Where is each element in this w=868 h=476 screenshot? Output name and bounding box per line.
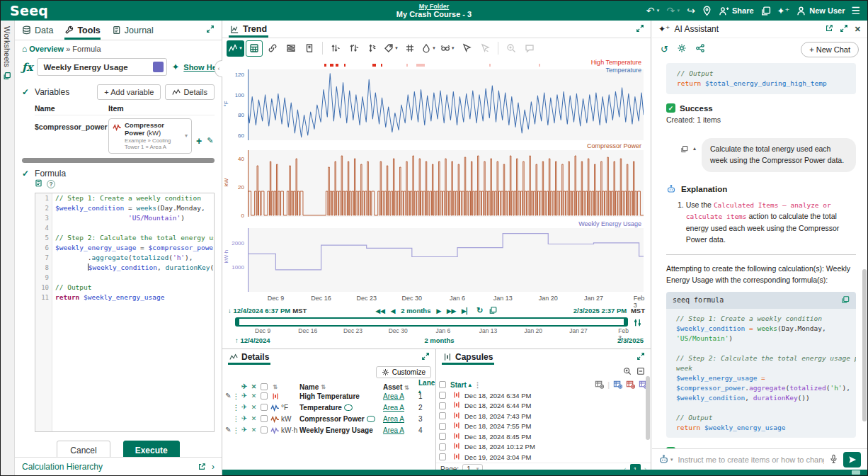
toolbar-zoomin-button[interactable] (503, 40, 520, 57)
start-arrow-icon[interactable]: ↓ (228, 307, 233, 314)
plot-area[interactable] (248, 228, 644, 292)
home-icon[interactable]: ⌂ (22, 44, 27, 54)
row-checkbox[interactable] (439, 433, 446, 440)
share-forward-button[interactable]: ↪ (687, 6, 695, 16)
capsule-row[interactable]: Dec 19, 2024 3:04 PM (436, 452, 651, 463)
lane-legend[interactable]: Weekly Energy Usage (578, 220, 641, 228)
ai-popout-icon[interactable] (825, 24, 833, 35)
add-signal-column-red-icon[interactable] (626, 380, 635, 390)
range-end[interactable]: 2/3/2025 2:37 PM (573, 307, 627, 314)
kebab-icon[interactable]: ⋮ (474, 381, 481, 389)
expand-details-icon[interactable] (421, 352, 430, 363)
new-chat-button[interactable]: + New Chat (801, 42, 859, 57)
redo-button[interactable]: ↷▼ (667, 6, 681, 16)
lane-legend[interactable]: Compressor Power (587, 142, 641, 150)
edit-item-button[interactable]: ✎ (207, 136, 213, 145)
menu-button[interactable]: ☰ (851, 6, 860, 16)
asset-link[interactable]: Area A (383, 426, 404, 434)
collapse-panel-button[interactable]: ‹ (215, 60, 222, 77)
range-start[interactable]: 12/4/2024 6:37 PM (233, 307, 290, 314)
capsule-row[interactable]: Dec 18, 2024 7:43 PM (436, 411, 651, 421)
capsule-row[interactable]: Dec 18, 2024 7:55 PM (436, 421, 651, 432)
rewind-button[interactable]: ◀◀ (376, 307, 385, 314)
ai-settings-icon[interactable] (677, 43, 687, 55)
toolbar-cursor2-button[interactable] (476, 40, 493, 57)
toolbar-trend-button[interactable]: ▼ (227, 40, 244, 57)
capsule-row[interactable]: Dec 18, 2024 6:44 PM (436, 401, 651, 412)
row-checkbox[interactable] (261, 392, 268, 400)
row-checkbox[interactable] (439, 412, 446, 419)
refresh-range-button[interactable]: ↻ (476, 306, 483, 315)
add-variable-button[interactable]: + Add variable (97, 84, 161, 100)
capsule-row[interactable]: Dec 18, 2024 8:45 PM (436, 431, 651, 442)
timeline-options-icon[interactable] (633, 318, 642, 329)
tab-journal[interactable]: Journal (112, 21, 154, 40)
formula-help-icon[interactable]: ? (47, 180, 55, 188)
toolbar-tag-button[interactable]: ▼ (382, 40, 400, 57)
skip-to-now-button[interactable]: ▶▏ (462, 307, 471, 314)
toolbar-table-button[interactable] (246, 40, 263, 57)
ai-sparkle-icon[interactable]: ✦ (171, 62, 179, 72)
tab-details[interactable]: Details (228, 349, 270, 365)
formula-name-input[interactable] (43, 63, 153, 72)
overview-duration[interactable]: 2 months (424, 336, 454, 344)
capsule-row[interactable]: Dec 18, 2024 10:12 PM (436, 442, 651, 453)
ai-share-icon[interactable] (695, 43, 705, 55)
breadcrumb-overview[interactable]: Overview (29, 45, 64, 53)
chat-scrollbar[interactable] (862, 269, 867, 421)
send-button[interactable] (843, 452, 861, 468)
range-duration[interactable]: 2 months (401, 307, 430, 314)
tab-capsules[interactable]: Capsules (442, 349, 494, 365)
row-checkbox[interactable] (439, 392, 446, 399)
overview-start[interactable]: 12/4/2024 (240, 336, 270, 344)
toolbar-axis1-button[interactable] (327, 40, 344, 57)
overview-up-icon[interactable]: ↑ (235, 336, 240, 344)
row-checkbox[interactable] (439, 443, 446, 450)
sparkles-button[interactable]: ✦⁺ (777, 6, 790, 16)
plot-area[interactable] (248, 150, 644, 217)
customize-button[interactable]: Customize (376, 366, 431, 378)
collapse-rows-icon[interactable] (636, 367, 645, 378)
capsule-row[interactable]: Dec 18, 2024 6:34 PM (436, 390, 651, 401)
mic-icon[interactable] (829, 454, 838, 465)
ai-close-icon[interactable]: ✕ (855, 25, 861, 34)
toolbar-comment-button[interactable] (521, 40, 538, 57)
capsules-scrollbar[interactable] (646, 376, 650, 440)
asset-link[interactable]: Area A (383, 404, 404, 412)
toolbar-bookq-button[interactable] (301, 40, 318, 57)
expand-capsules-icon[interactable] (636, 352, 645, 363)
toolbar-droplet-button[interactable]: ▼ (420, 40, 438, 57)
select-all-checkbox[interactable] (261, 383, 268, 390)
row-checkbox[interactable] (261, 415, 268, 422)
assistant-mode-selector[interactable]: ▾ (658, 454, 673, 465)
start-column-header[interactable]: Start▴ (450, 381, 472, 389)
person-button[interactable]: New User (796, 6, 845, 16)
copy-message-icon[interactable] (680, 145, 688, 154)
row-checkbox[interactable] (439, 453, 446, 460)
step-back-button[interactable]: ◀ (391, 307, 396, 314)
asset-link[interactable]: Area A (383, 415, 404, 423)
seeq-logo[interactable]: Seeq (1, 3, 57, 18)
copy-formula-icon[interactable] (841, 295, 850, 305)
row-checkbox[interactable] (261, 426, 268, 434)
formula-doc-icon[interactable] (35, 179, 42, 189)
asset-link[interactable]: Area A (383, 392, 404, 400)
fast-forward-button[interactable]: ▶▶ (447, 307, 456, 314)
expand-trend-icon[interactable] (636, 24, 644, 35)
my-folder-link[interactable]: My Folder (396, 3, 472, 10)
details-row[interactable]: ✎⋮✈✕High TemperatureArea A1 (222, 390, 435, 402)
variable-item-select[interactable]: Compressor Power (kW) Example » Cooling … (108, 118, 192, 154)
range-slider[interactable] (235, 317, 628, 327)
select-all-checkbox[interactable] (439, 381, 446, 388)
chevron-right-icon[interactable]: › (212, 462, 215, 472)
formula-editor[interactable]: 1// Step 1: Create a weekly condition2$w… (35, 193, 215, 432)
capsule-markers[interactable] (248, 64, 644, 67)
ai-prompt-input[interactable] (678, 455, 824, 464)
toolbar-rings-button[interactable]: ▼ (439, 40, 457, 57)
details-row[interactable]: ✎⋮✈✕kW·hWeekly Energy UsageArea A4 (222, 424, 435, 436)
color-swatch[interactable] (153, 62, 164, 72)
toolbar-layers-button[interactable] (282, 40, 299, 57)
chat-history-icon[interactable]: ↺ (661, 44, 668, 55)
person-plus-button[interactable]: Share (719, 6, 754, 16)
row-checkbox[interactable] (439, 402, 446, 409)
